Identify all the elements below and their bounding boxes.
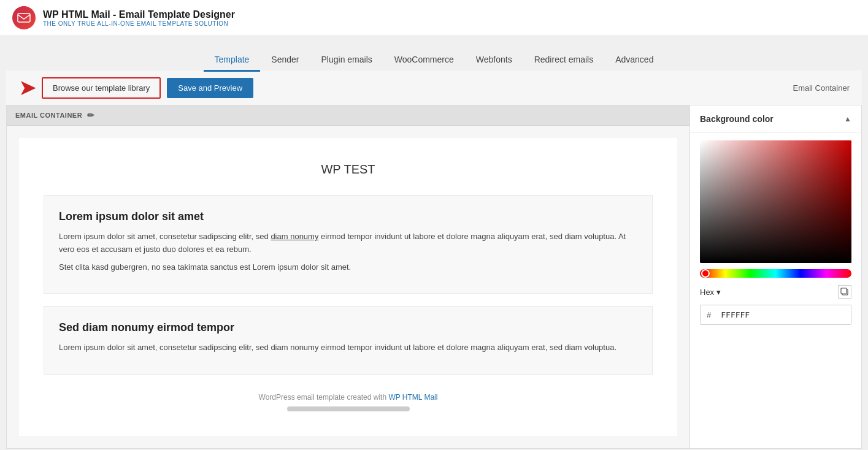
hex-hash-symbol: #	[701, 305, 717, 324]
hex-format-dropdown[interactable]: Hex ▾	[700, 288, 721, 297]
color-gradient-inner	[700, 140, 851, 263]
main-area: EMAIL CONTAINER ✏ WP TEST Lorem ipsum do…	[0, 105, 868, 450]
app-header: WP HTML Mail - Email Template Designer T…	[0, 0, 868, 36]
tab-sender[interactable]: Sender	[260, 48, 310, 71]
email-preview: WP TEST Lorem ipsum dolor sit amet Lorem…	[19, 138, 677, 436]
nav-tabs: Template Sender Plugin emails WooCommerc…	[204, 48, 665, 71]
app-title: WP HTML Mail - Email Template Designer	[43, 9, 235, 20]
color-picker-area: Hex ▾ #	[690, 133, 861, 332]
app-title-block: WP HTML Mail - Email Template Designer T…	[43, 9, 235, 27]
bg-color-label: Background color	[700, 114, 774, 124]
content-text-2a: Lorem ipsum dolor sit amet, consetetur s…	[59, 341, 637, 354]
color-format-row: Hex ▾	[700, 285, 851, 299]
email-title: WP TEST	[44, 162, 653, 177]
color-gradient-picker[interactable]	[700, 140, 851, 263]
red-arrow-icon: ➤	[18, 77, 37, 99]
bg-color-section: Background color ▲ Hex ▾	[690, 105, 861, 332]
editor-panel: EMAIL CONTAINER ✏ WP TEST Lorem ipsum do…	[6, 105, 690, 449]
svg-rect-2	[841, 288, 847, 294]
tab-webfonts[interactable]: Webfonts	[465, 48, 523, 71]
collapse-icon[interactable]: ▲	[844, 115, 851, 123]
toolbar-right-label: Email Container	[793, 83, 850, 93]
svg-rect-0	[18, 13, 30, 22]
tab-woocommerce[interactable]: WooCommerce	[383, 48, 465, 71]
toolbar-left: ➤ Browse our template library Save and P…	[18, 77, 793, 99]
arrow-button-group: ➤ Browse our template library	[18, 77, 161, 99]
email-container-label: EMAIL CONTAINER	[15, 112, 82, 119]
footer-link[interactable]: WP HTML Mail	[388, 393, 437, 402]
right-panel: Background color ▲ Hex ▾	[690, 105, 862, 449]
hex-input-row: #	[700, 305, 851, 325]
footer-bar	[287, 406, 410, 411]
nav-container: Template Sender Plugin emails WooCommerc…	[0, 36, 868, 71]
email-content-block-1: Lorem ipsum dolor sit amet Lorem ipsum d…	[44, 195, 653, 294]
edit-icon[interactable]: ✏	[87, 110, 95, 120]
hue-slider[interactable]	[700, 269, 851, 278]
email-container-header: EMAIL CONTAINER ✏	[7, 105, 689, 126]
content-heading-1: Lorem ipsum dolor sit amet	[59, 210, 637, 223]
email-footer: WordPress email template created with WP…	[44, 393, 653, 411]
bg-color-header: Background color ▲	[690, 105, 861, 133]
copy-color-button[interactable]	[838, 285, 851, 299]
app-logo	[12, 6, 36, 29]
save-preview-button[interactable]: Save and Preview	[167, 78, 253, 98]
footer-text: WordPress email template created with	[259, 393, 387, 402]
hex-value-input[interactable]	[717, 305, 851, 324]
content-text-1a: Lorem ipsum dolor sit amet, consetetur s…	[59, 231, 637, 256]
email-content-block-2: Sed diam nonumy eirmod tempor Lorem ipsu…	[44, 306, 653, 375]
content-text-1b: Stet clita kasd gubergren, no sea takima…	[59, 261, 637, 274]
tab-redirect-emails[interactable]: Redirect emails	[523, 48, 604, 71]
chevron-down-icon: ▾	[716, 288, 721, 297]
app-subtitle: THE ONLY TRUE ALL-IN-ONE EMAIL TEMPLATE …	[43, 20, 235, 27]
hue-thumb	[701, 269, 710, 278]
tab-plugin-emails[interactable]: Plugin emails	[310, 48, 383, 71]
content-link-1[interactable]: diam nonumy	[271, 232, 318, 241]
tab-advanced[interactable]: Advanced	[604, 48, 664, 71]
tab-template[interactable]: Template	[204, 48, 261, 71]
content-heading-2: Sed diam nonumy eirmod tempor	[59, 321, 637, 334]
browse-template-button[interactable]: Browse our template library	[42, 77, 161, 99]
hex-label: Hex	[700, 288, 714, 297]
toolbar: ➤ Browse our template library Save and P…	[6, 71, 862, 105]
